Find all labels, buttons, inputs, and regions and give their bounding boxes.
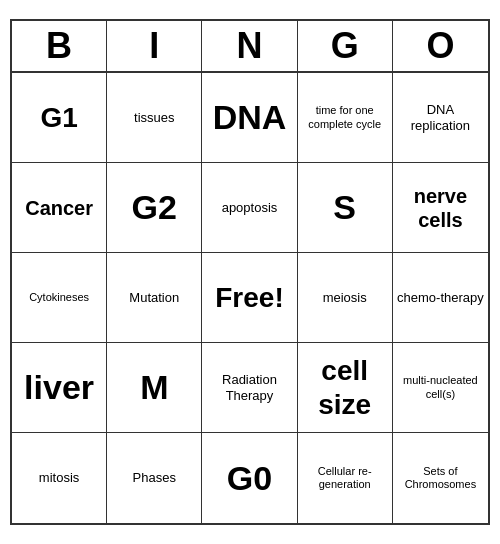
cell-text-r0-c4: DNA replication (397, 102, 484, 133)
header-cell-O: O (393, 21, 488, 71)
cell-r3-c0: liver (12, 343, 107, 433)
cell-r3-c3: cell size (298, 343, 393, 433)
cell-text-r2-c4: chemo-therapy (397, 290, 484, 306)
cell-r4-c0: mitosis (12, 433, 107, 523)
cell-r4-c4: Sets of Chromosomes (393, 433, 488, 523)
cell-text-r4-c3: Cellular re-generation (302, 465, 388, 491)
cell-text-r0-c0: G1 (40, 101, 77, 135)
cell-text-r4-c0: mitosis (39, 470, 79, 486)
bingo-grid: G1tissuesDNAtime for one complete cycleD… (12, 73, 488, 523)
header-cell-B: B (12, 21, 107, 71)
cell-r3-c4: multi-nucleated cell(s) (393, 343, 488, 433)
cell-r3-c1: M (107, 343, 202, 433)
cell-text-r1-c0: Cancer (25, 196, 93, 220)
cell-text-r2-c1: Mutation (129, 290, 179, 306)
cell-text-r0-c1: tissues (134, 110, 174, 126)
cell-text-r1-c3: S (333, 187, 356, 228)
cell-r1-c1: G2 (107, 163, 202, 253)
cell-text-r2-c3: meiosis (323, 290, 367, 306)
cell-r0-c1: tissues (107, 73, 202, 163)
header-cell-G: G (298, 21, 393, 71)
cell-text-r0-c2: DNA (213, 97, 287, 138)
bingo-card: BINGO G1tissuesDNAtime for one complete … (10, 19, 490, 525)
cell-text-r2-c0: Cytokineses (29, 291, 89, 304)
cell-r1-c3: S (298, 163, 393, 253)
cell-text-r1-c2: apoptosis (222, 200, 278, 216)
cell-r4-c3: Cellular re-generation (298, 433, 393, 523)
cell-r4-c1: Phases (107, 433, 202, 523)
cell-r0-c2: DNA (202, 73, 297, 163)
cell-text-r3-c4: multi-nucleated cell(s) (397, 374, 484, 400)
cell-r4-c2: G0 (202, 433, 297, 523)
cell-r2-c2: Free! (202, 253, 297, 343)
cell-r1-c4: nerve cells (393, 163, 488, 253)
cell-text-r4-c2: G0 (227, 458, 272, 499)
header-cell-I: I (107, 21, 202, 71)
header-cell-N: N (202, 21, 297, 71)
cell-text-r0-c3: time for one complete cycle (302, 104, 388, 130)
cell-text-r3-c1: M (140, 367, 168, 408)
cell-r2-c3: meiosis (298, 253, 393, 343)
cell-r2-c4: chemo-therapy (393, 253, 488, 343)
cell-r0-c4: DNA replication (393, 73, 488, 163)
cell-text-r1-c4: nerve cells (397, 184, 484, 232)
cell-r2-c1: Mutation (107, 253, 202, 343)
cell-text-r1-c1: G2 (132, 187, 177, 228)
cell-r0-c3: time for one complete cycle (298, 73, 393, 163)
cell-r2-c0: Cytokineses (12, 253, 107, 343)
bingo-header: BINGO (12, 21, 488, 73)
cell-r3-c2: Radiation Therapy (202, 343, 297, 433)
cell-r1-c2: apoptosis (202, 163, 297, 253)
cell-text-r3-c0: liver (24, 367, 94, 408)
cell-text-r4-c1: Phases (133, 470, 176, 486)
cell-text-r2-c2: Free! (215, 281, 283, 315)
cell-text-r3-c2: Radiation Therapy (206, 372, 292, 403)
cell-text-r4-c4: Sets of Chromosomes (397, 465, 484, 491)
cell-r0-c0: G1 (12, 73, 107, 163)
cell-text-r3-c3: cell size (302, 354, 388, 421)
cell-r1-c0: Cancer (12, 163, 107, 253)
